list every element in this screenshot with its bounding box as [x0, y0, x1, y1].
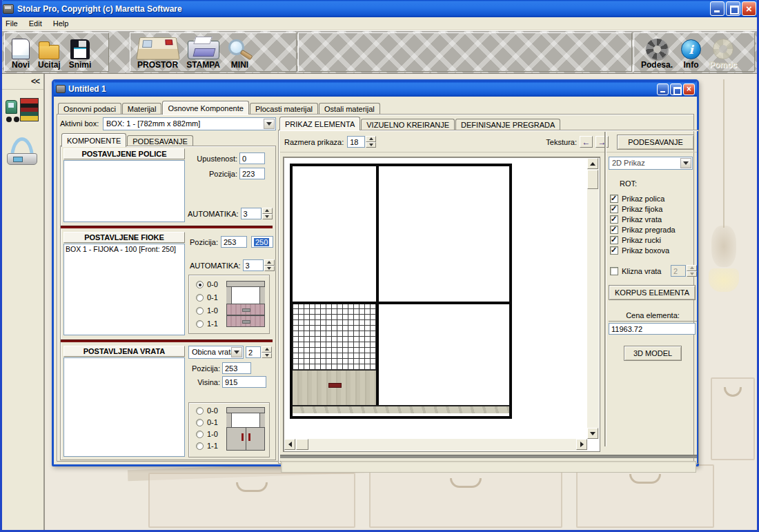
- hscroll-thumb[interactable]: [296, 439, 308, 450]
- horizontal-scrollbar[interactable]: [284, 439, 587, 451]
- maximize-button[interactable]: [726, 1, 740, 16]
- cena-label: Cena elementa:: [609, 311, 697, 322]
- razmera-field[interactable]: [347, 136, 365, 148]
- vrata-list[interactable]: [63, 357, 185, 457]
- vertical-scrollbar[interactable]: [587, 158, 599, 439]
- cena-field[interactable]: [609, 323, 696, 335]
- list-item[interactable]: BOX 1 - FIJOKA - 100 [Front: 250]: [66, 245, 183, 253]
- chevron-down-icon[interactable]: [680, 158, 691, 168]
- upustenost-field[interactable]: [239, 152, 265, 164]
- prikaz-body: Razmera prikaza: Tekstura: ← → PODESAVAN…: [278, 130, 699, 464]
- panel-divider: [604, 132, 607, 446]
- podesavanje-button[interactable]: PODESAVANJE: [617, 135, 694, 150]
- checkbox-prikaz-polica[interactable]: Prikaz polica: [610, 193, 697, 204]
- tab-vizuelno-kreiranje[interactable]: VIZUELNO KREIRANJE: [361, 119, 455, 130]
- mini-button[interactable]: MINI: [226, 35, 254, 70]
- checkbox-prikaz-fijoka[interactable]: Prikaz fijoka: [610, 204, 697, 214]
- police-pozicija-label: Pozicija:: [188, 170, 237, 178]
- new-button[interactable]: Novi: [9, 35, 32, 70]
- doc-maximize-button[interactable]: [670, 83, 682, 95]
- new-document-icon: [12, 39, 30, 59]
- open-folder-icon: [39, 45, 59, 59]
- cabinet-left-top-panel[interactable]: [293, 166, 379, 302]
- info-button[interactable]: Info: [678, 35, 704, 70]
- tab-ostali-materijal[interactable]: Ostali materijal: [319, 103, 380, 115]
- vrata-broj-spinner[interactable]: [262, 346, 272, 358]
- settings-button[interactable]: Podesa.: [638, 35, 676, 70]
- mdi-area: Untitled 1 Osnovni podaci Materijal Osno…: [45, 74, 759, 530]
- scroll-up-button[interactable]: [587, 158, 598, 169]
- vrata-broj-field[interactable]: [246, 346, 261, 358]
- drawing-canvas[interactable]: [283, 157, 600, 452]
- open-button[interactable]: Ucitaj: [35, 35, 63, 70]
- fioke-pozicija-field[interactable]: [221, 236, 247, 248]
- gear-icon: [646, 39, 668, 59]
- splitter-bar[interactable]: [280, 455, 697, 458]
- scroll-down-button[interactable]: [587, 428, 598, 439]
- checkbox-prikaz-pregrada[interactable]: Prikaz pregrada: [610, 224, 697, 235]
- cabinet-drawer-front[interactable]: [293, 371, 376, 405]
- minimize-button[interactable]: [710, 1, 724, 16]
- cabinet-plinth[interactable]: [293, 405, 509, 413]
- doc-minimize-button[interactable]: [657, 83, 669, 95]
- fioka-front-field[interactable]: 250: [251, 236, 273, 248]
- kitchen-drawer-decor: [576, 464, 714, 528]
- chevron-down-icon[interactable]: [264, 119, 275, 129]
- vrata-pozicija-label: Pozicija:: [190, 364, 220, 373]
- fioke-list[interactable]: BOX 1 - FIJOKA - 100 [Front: 250]: [63, 244, 185, 335]
- toolbar-group-file: Novi Ucitaj Snimi: [4, 32, 109, 72]
- tab-definisanje-pregrada[interactable]: DEFINISANJE PREGRADA: [455, 119, 560, 130]
- cabinet-right-top-panel[interactable]: [379, 166, 509, 302]
- vscroll-thumb[interactable]: [587, 170, 598, 189]
- checkbox-prikaz-vrata[interactable]: Prikaz vrata: [610, 214, 697, 224]
- scroll-left-button[interactable]: [284, 439, 295, 450]
- cabinet-wire-basket[interactable]: [293, 304, 376, 371]
- menu-help[interactable]: Help: [48, 18, 75, 29]
- tab-prikaz-elementa[interactable]: PRIKAZ ELEMENTA: [279, 117, 360, 130]
- document-titlebar[interactable]: Untitled 1: [54, 81, 697, 97]
- menu-edit[interactable]: Edit: [23, 18, 48, 29]
- save-button[interactable]: Snimi: [66, 35, 95, 70]
- component-subtabs: KOMPONENTE PODESAVANJE: [61, 133, 194, 147]
- forklift-button[interactable]: [6, 96, 39, 125]
- menu-file[interactable]: File: [0, 18, 23, 29]
- police-automatika-spinner[interactable]: [262, 208, 273, 219]
- doc-close-button[interactable]: [683, 83, 695, 95]
- cabinet-right-bottom-panel[interactable]: [379, 304, 509, 405]
- police-automatika-field[interactable]: [241, 208, 262, 219]
- checkbox-prikaz-rucki[interactable]: Prikaz rucki: [610, 235, 697, 245]
- chevron-down-icon[interactable]: [231, 347, 242, 357]
- stampa-button[interactable]: STAMPA: [184, 35, 223, 70]
- document-window: Untitled 1 Osnovni podaci Materijal Osno…: [52, 79, 699, 466]
- view-mode-select[interactable]: 2D Prikaz: [609, 157, 693, 170]
- model-3d-button[interactable]: 3D MODEL: [624, 346, 682, 361]
- tab-osnovne-komponente[interactable]: Osnovne Komponente: [162, 101, 248, 115]
- app-title: Stolar Pro, Copyright (c) Maretta Softwa…: [17, 4, 709, 14]
- scanner-button[interactable]: [7, 137, 39, 168]
- fioke-automatika-field[interactable]: [243, 259, 264, 271]
- tab-komponente[interactable]: KOMPONENTE: [61, 133, 126, 147]
- prostor-button[interactable]: PROSTOR: [135, 35, 181, 70]
- kitchen-drawer-decor: [148, 473, 355, 528]
- police-list[interactable]: [63, 160, 185, 222]
- fioke-automatika-spinner[interactable]: [264, 259, 275, 271]
- checkbox-prikaz-boxova[interactable]: Prikaz boxova: [610, 245, 697, 255]
- tab-plocasti-materijal[interactable]: Plocasti materijal: [250, 103, 318, 115]
- tab-materijal[interactable]: Materijal: [122, 103, 162, 115]
- close-button[interactable]: [742, 1, 756, 16]
- korpus-elementa-button[interactable]: KORPUS ELEMENTA: [609, 285, 696, 300]
- tekstura-next-button[interactable]: →: [595, 136, 609, 148]
- checkbox-klizna-vrata[interactable]: Klizna vrata: [610, 266, 671, 276]
- scroll-right-button[interactable]: [576, 439, 587, 450]
- police-pozicija-field[interactable]: [239, 168, 265, 179]
- tekstura-prev-button[interactable]: ←: [580, 136, 593, 148]
- aktivni-box-select[interactable]: BOX: 1 - [782mm x 882mm]: [103, 117, 276, 130]
- tab-osnovni-podaci[interactable]: Osnovni podaci: [58, 103, 121, 115]
- collapse-rail-button[interactable]: <<: [31, 77, 39, 86]
- vrata-pozicija-field[interactable]: [222, 362, 251, 374]
- magnifier-icon: [228, 39, 244, 55]
- vrata-tip-select[interactable]: Obicna vrata: [188, 346, 244, 359]
- visina-field[interactable]: [222, 376, 266, 388]
- razmera-spinner[interactable]: [366, 136, 376, 148]
- visina-label: Visina:: [190, 378, 220, 386]
